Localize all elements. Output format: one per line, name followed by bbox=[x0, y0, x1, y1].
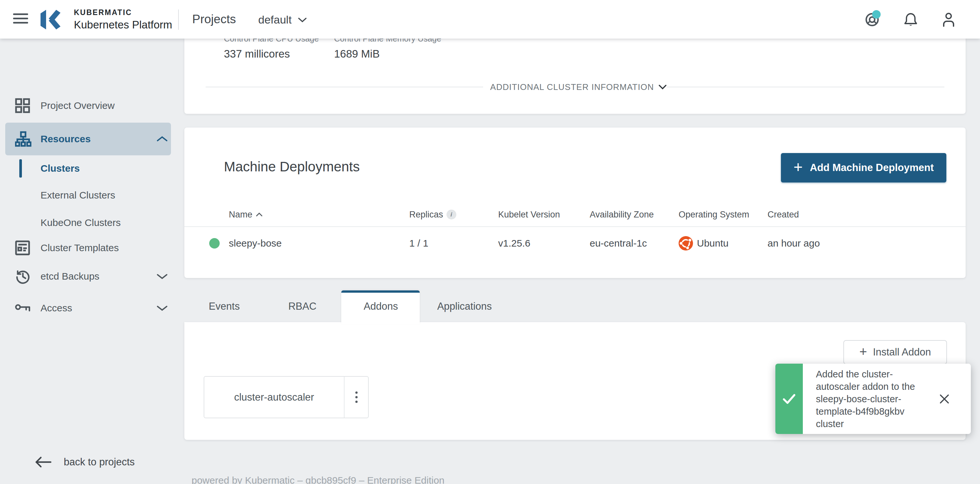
cell-availability-zone: eu-central-1c bbox=[590, 233, 647, 254]
sidebar-item-label: Access bbox=[41, 302, 72, 314]
divider bbox=[185, 226, 966, 227]
page-title: Projects bbox=[192, 13, 236, 26]
user-icon[interactable] bbox=[941, 12, 956, 27]
cell-replicas: 1 / 1 bbox=[409, 233, 428, 254]
addon-name: cluster-autoscaler bbox=[204, 377, 344, 418]
sidebar-item-label: etcd Backups bbox=[41, 271, 99, 282]
success-toast: Added the cluster-autoscaler addon to th… bbox=[775, 364, 971, 434]
column-header-replicas[interactable]: Replicas i bbox=[409, 205, 456, 224]
close-icon[interactable] bbox=[918, 364, 971, 434]
sitemap-icon bbox=[15, 131, 31, 147]
grid-icon bbox=[15, 98, 30, 113]
notification-badge bbox=[872, 10, 881, 19]
tab-addons[interactable]: Addons bbox=[363, 290, 398, 322]
tab-rbac[interactable]: RBAC bbox=[288, 290, 317, 322]
sidebar-item-project-overview[interactable]: Project Overview bbox=[0, 89, 172, 122]
status-healthy-icon bbox=[209, 238, 220, 248]
cell-kubelet-version: v1.25.6 bbox=[498, 233, 530, 254]
kebab-menu-icon[interactable] bbox=[344, 377, 368, 418]
cpu-usage-value: 337 millicores bbox=[224, 48, 290, 60]
sidebar-item-label: Project Overview bbox=[41, 100, 115, 111]
arrow-left-icon bbox=[34, 455, 52, 469]
sort-ascending-icon bbox=[256, 212, 263, 217]
key-icon bbox=[15, 303, 31, 313]
tab-events[interactable]: Events bbox=[209, 290, 240, 322]
column-header-availability-zone[interactable]: Availability Zone bbox=[590, 205, 654, 224]
brand-name: KUBERMATIC bbox=[74, 9, 172, 16]
template-icon bbox=[15, 240, 30, 255]
chevron-down-icon bbox=[156, 273, 168, 280]
checkmark-icon bbox=[782, 393, 796, 405]
sidebar-item-label: Clusters bbox=[41, 163, 80, 174]
addon-card-cluster-autoscaler: cluster-autoscaler bbox=[204, 376, 369, 418]
additional-info-label: ADDITIONAL CLUSTER INFORMATION bbox=[490, 82, 654, 92]
add-machine-deployment-button[interactable]: + Add Machine Deployment bbox=[781, 153, 946, 183]
cell-name: sleepy-bose bbox=[229, 233, 282, 254]
sidebar-item-clusters[interactable]: Clusters bbox=[0, 155, 172, 182]
ubuntu-icon bbox=[679, 236, 693, 250]
hamburger-menu-icon[interactable] bbox=[13, 13, 28, 25]
powered-by-footer: powered by Kubermatic – gbcb895cf9 – Ent… bbox=[192, 475, 445, 484]
cell-created: an hour ago bbox=[767, 233, 820, 254]
cell-operating-system: Ubuntu bbox=[679, 233, 729, 254]
kubermatic-app: Project Overview Resources Cl bbox=[0, 0, 980, 484]
column-header-operating-system[interactable]: Operating System bbox=[679, 205, 749, 224]
sidebar-item-etcd-backups[interactable]: etcd Backups bbox=[0, 260, 172, 293]
project-selector[interactable]: default bbox=[258, 13, 291, 26]
back-link-label: back to projects bbox=[64, 456, 135, 468]
chevron-down-icon bbox=[156, 305, 168, 311]
bell-icon[interactable] bbox=[903, 12, 918, 27]
sidebar-item-access[interactable]: Access bbox=[0, 292, 172, 325]
toast-success-strip bbox=[775, 364, 803, 434]
machine-deployments-title: Machine Deployments bbox=[224, 159, 360, 175]
column-header-created[interactable]: Created bbox=[767, 205, 799, 224]
toast-message: Added the cluster-autoscaler addon to th… bbox=[803, 364, 918, 434]
brand-text: KUBERMATIC Kubernetes Platform bbox=[74, 9, 172, 30]
back-to-projects-link[interactable]: back to projects bbox=[34, 455, 135, 470]
active-indicator bbox=[19, 159, 22, 178]
sidebar-item-resources[interactable]: Resources bbox=[5, 123, 171, 155]
info-icon[interactable]: i bbox=[447, 210, 456, 220]
machine-deployments-card: Machine Deployments + Add Machine Deploy… bbox=[185, 127, 966, 278]
cluster-summary-card: Control Plane CPU Usage Control Plane Me… bbox=[185, 29, 966, 114]
divider bbox=[205, 87, 483, 87]
brand-subtitle: Kubernetes Platform bbox=[74, 19, 172, 30]
install-addon-button[interactable]: + Install Addon bbox=[843, 340, 947, 364]
tab-applications[interactable]: Applications bbox=[437, 290, 492, 322]
chevron-up-icon bbox=[156, 136, 168, 142]
divider bbox=[178, 10, 179, 30]
divider bbox=[667, 87, 944, 87]
sidebar-item-label: Resources bbox=[41, 134, 91, 145]
sidebar-item-external-clusters[interactable]: External Clusters bbox=[0, 182, 172, 209]
chevron-down-icon[interactable] bbox=[298, 17, 307, 23]
sidebar-item-label: KubeOne Clusters bbox=[41, 217, 121, 228]
sidebar-item-label: Cluster Templates bbox=[41, 242, 119, 253]
plus-icon: + bbox=[859, 345, 867, 358]
plus-icon: + bbox=[794, 159, 803, 175]
chevron-down-icon bbox=[659, 84, 667, 89]
sidebar-item-label: External Clusters bbox=[41, 189, 115, 201]
sidebar-item-cluster-templates[interactable]: Cluster Templates bbox=[0, 231, 172, 264]
sidebar: Project Overview Resources Cl bbox=[0, 38, 172, 484]
history-icon bbox=[15, 269, 31, 284]
column-header-kubelet-version[interactable]: Kubelet Version bbox=[498, 205, 560, 224]
memory-usage-value: 1689 MiB bbox=[334, 48, 380, 60]
kubermatic-logo-icon[interactable] bbox=[41, 8, 65, 31]
column-header-name[interactable]: Name bbox=[229, 205, 263, 224]
top-bar: KUBERMATIC Kubernetes Platform Projects … bbox=[0, 0, 980, 38]
additional-cluster-information-toggle[interactable]: ADDITIONAL CLUSTER INFORMATION bbox=[205, 80, 944, 94]
